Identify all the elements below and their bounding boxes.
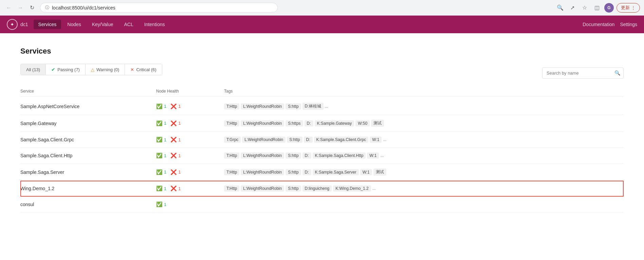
- table-row: consul✅ 1: [20, 197, 624, 213]
- health-cell: ✅ 1❌ 1: [156, 169, 224, 175]
- tag: W:1: [370, 137, 382, 143]
- health-cell: ✅ 1❌ 1: [156, 120, 224, 126]
- col-header-service: Service: [20, 89, 156, 94]
- search-input[interactable]: [542, 67, 624, 79]
- filter-tab-critical[interactable]: ✕ Critical (6): [125, 64, 162, 75]
- tag: T:Http: [224, 185, 239, 192]
- health-cell: ✅ 1❌ 1: [156, 185, 224, 192]
- sidebar-button[interactable]: ◫: [592, 3, 602, 13]
- service-name-link[interactable]: consul: [20, 202, 34, 207]
- fail-x-icon: ❌: [170, 169, 177, 175]
- nav-item-acl[interactable]: ACL: [119, 20, 138, 29]
- tag: K:Sample.Saga.Client.Grpc: [314, 137, 369, 143]
- service-name-link[interactable]: Sample.AspNetCoreService: [20, 104, 79, 109]
- filter-tab-warning[interactable]: △ Warning (0): [86, 64, 125, 75]
- table-row: Sample.Saga.Server✅ 1❌ 1T:HttpL:WeightRo…: [20, 164, 624, 181]
- profile-button[interactable]: G: [604, 3, 614, 13]
- filter-tabs: All (13) ✔ Passing (7) △ Warning (0) ✕ C…: [20, 64, 162, 75]
- tag: T:Http: [224, 153, 239, 159]
- reload-button[interactable]: ↻: [27, 3, 37, 13]
- service-name-link[interactable]: Sample.Gateway: [20, 121, 57, 126]
- page-title: Services: [20, 47, 624, 56]
- filter-tab-passing[interactable]: ✔ Passing (7): [46, 64, 86, 75]
- tag: W:1: [360, 169, 372, 175]
- tags-cell: T:HttpL:WeightRoundRobinS:httpD:linguich…: [224, 185, 624, 192]
- pass-check-icon: ✅: [156, 120, 163, 126]
- tag: W:1: [367, 153, 379, 159]
- tags-more: ...: [372, 186, 376, 191]
- fail-x-icon: ❌: [170, 137, 177, 143]
- tag: D:林桂城: [302, 103, 324, 110]
- fail-x-icon: ❌: [170, 185, 177, 192]
- health-pass-badge: ✅ 1: [156, 103, 166, 109]
- navbar-right: Documentation Settings: [583, 22, 637, 27]
- tag: D:: [305, 120, 313, 126]
- health-pass-badge: ✅ 1: [156, 185, 166, 192]
- lock-icon: ⓘ: [45, 5, 49, 11]
- tag: D:: [302, 169, 311, 175]
- tag: S:http: [286, 169, 301, 175]
- search-area: 🔍: [542, 67, 624, 79]
- browser-actions: 🔍 ➚ ☆ ◫ G 更新 ⋮: [555, 3, 640, 13]
- critical-x-icon: ✕: [130, 67, 134, 72]
- service-name-link[interactable]: Sample.Saga.Server: [20, 169, 64, 175]
- tags-more: ...: [380, 153, 384, 158]
- forward-button[interactable]: →: [16, 3, 25, 13]
- back-button[interactable]: ←: [4, 3, 14, 13]
- health-pass-badge: ✅ 1: [156, 201, 166, 207]
- nav-item-keyvalue[interactable]: Key/Value: [87, 20, 118, 29]
- pass-check-icon: ✅: [156, 185, 163, 192]
- pass-check-icon: ✅: [156, 103, 163, 109]
- service-name-link[interactable]: Sample.Saga.Client.Grpc: [20, 137, 74, 142]
- address-bar[interactable]: ⓘ localhost:8500/ui/dc1/services: [40, 3, 278, 13]
- tags-cell: T:HttpL:WeightRoundRobinS:httpD:K:Sample…: [224, 168, 624, 176]
- service-name-link[interactable]: Sample.Saga.Client.Http: [20, 153, 72, 158]
- health-pass-badge: ✅ 1: [156, 120, 166, 126]
- dc-label: dc1: [20, 22, 28, 27]
- health-pass-badge: ✅ 1: [156, 137, 166, 143]
- warning-triangle-icon: △: [91, 67, 94, 72]
- main-content: Services All (13) ✔ Passing (7) △ Warnin…: [0, 33, 644, 226]
- tags-cell: T:GrpcL:WeightRoundRobinS:httpD:K:Sample…: [224, 137, 624, 143]
- tag: D:linguicheng: [302, 185, 332, 192]
- table-row: Sample.Saga.Client.Grpc✅ 1❌ 1T:GrpcL:Wei…: [20, 132, 624, 148]
- fail-x-icon: ❌: [170, 153, 177, 159]
- settings-link[interactable]: Settings: [620, 22, 637, 27]
- tags-cell: T:HttpL:WeightRoundRobinS:httpD:林桂城...: [224, 103, 624, 110]
- service-name-link[interactable]: Wing.Demo_1.2: [20, 186, 54, 191]
- services-table: Sample.AspNetCoreService✅ 1❌ 1T:HttpL:We…: [20, 98, 624, 213]
- bookmark-button[interactable]: ☆: [580, 3, 589, 13]
- documentation-link[interactable]: Documentation: [583, 22, 614, 27]
- tag: K:Sample.Gateway: [315, 120, 354, 126]
- health-fail-badge: ❌ 1: [170, 185, 181, 192]
- nav-items: Services Nodes Key/Value ACL Intentions: [34, 20, 170, 29]
- col-header-tags: Tags: [224, 89, 624, 94]
- navbar-logo: ✦ dc1: [7, 19, 28, 30]
- health-cell: ✅ 1❌ 1: [156, 137, 224, 143]
- pass-check-icon: ✅: [156, 201, 163, 207]
- table-row: Sample.Saga.Client.Http✅ 1❌ 1T:HttpL:Wei…: [20, 148, 624, 164]
- tag: T:Http: [224, 169, 239, 175]
- fail-x-icon: ❌: [170, 120, 177, 126]
- browser-chrome: ← → ↻ ⓘ localhost:8500/ui/dc1/services 🔍…: [0, 0, 644, 16]
- nav-item-nodes[interactable]: Nodes: [62, 20, 86, 29]
- update-button[interactable]: 更新 ⋮: [617, 3, 640, 13]
- table-header: Service Node Health Tags: [20, 86, 624, 97]
- health-fail-badge: ❌ 1: [170, 137, 181, 143]
- table-row: Wing.Demo_1.2✅ 1❌ 1T:HttpL:WeightRoundRo…: [20, 181, 624, 197]
- nav-item-services[interactable]: Services: [34, 20, 61, 29]
- tag: 测试: [373, 168, 386, 176]
- health-cell: ✅ 1: [156, 201, 224, 207]
- filter-tab-all[interactable]: All (13): [21, 64, 46, 75]
- tag: L:WeightRoundRobin: [242, 137, 286, 143]
- tag: T:Grpc: [224, 137, 241, 143]
- navbar: ✦ dc1 Services Nodes Key/Value ACL Inten…: [0, 16, 644, 33]
- tag: T:Http: [224, 120, 239, 126]
- tag: K:Sample.Saga.Server: [313, 169, 359, 175]
- address-url: localhost:8500/ui/dc1/services: [52, 5, 273, 11]
- nav-item-intentions[interactable]: Intentions: [140, 20, 170, 29]
- controls-row: All (13) ✔ Passing (7) △ Warning (0) ✕ C…: [20, 64, 624, 82]
- search-page-button[interactable]: 🔍: [555, 3, 565, 13]
- tags-cell: T:HttpL:WeightRoundRobinS:httpD:K:Sample…: [224, 153, 624, 159]
- share-button[interactable]: ➚: [568, 3, 577, 13]
